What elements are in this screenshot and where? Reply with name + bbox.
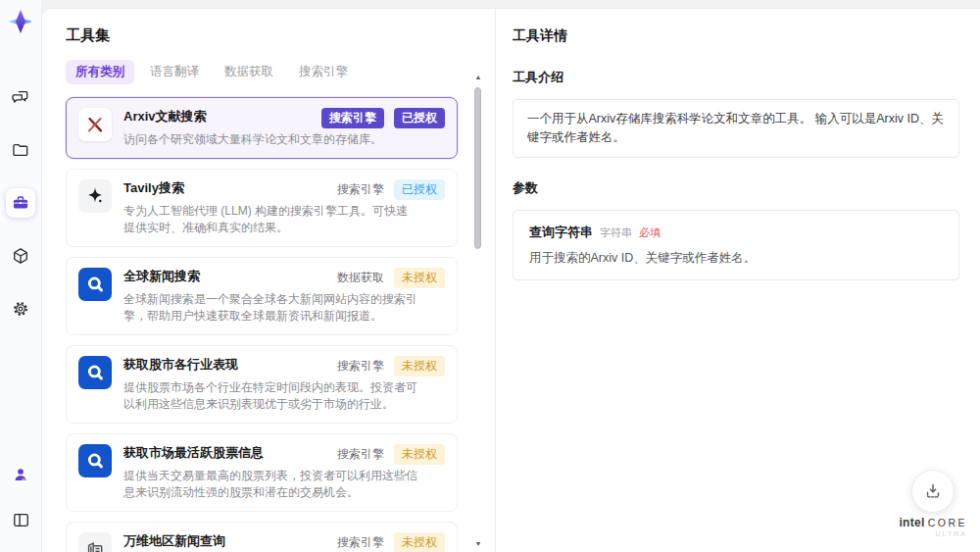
parameter-description: 用于搜索的Arxiv ID、关键字或作者姓名。 bbox=[529, 249, 943, 267]
app-window: 工具集 所有类别语言翻译数据获取搜索引擎 bbox=[0, 0, 980, 552]
list-scrollbar[interactable]: ▲ ▼ bbox=[473, 74, 483, 548]
tool-tags: 搜索引擎 已授权 bbox=[321, 108, 445, 128]
tool-icon bbox=[78, 444, 112, 477]
tool-category-tag: 搜索引擎 bbox=[337, 358, 384, 375]
tool-card-body: Arxiv文献搜索 搜索引擎 已授权 访问各个研究领域大量科学论文和文章的存储库… bbox=[123, 108, 445, 148]
download-button[interactable] bbox=[911, 470, 955, 513]
scrollbar-up-icon[interactable]: ▲ bbox=[473, 74, 483, 81]
magnifier-icon bbox=[84, 274, 106, 295]
magnifier-icon bbox=[84, 362, 106, 383]
brand-intel: intel bbox=[899, 516, 924, 529]
tool-icon bbox=[78, 532, 112, 552]
tool-name: Arxiv文献搜索 bbox=[123, 108, 207, 125]
footer-brand-area: intelcore Ultra bbox=[899, 470, 967, 540]
newspaper-icon bbox=[84, 538, 106, 552]
nav-cube-icon[interactable] bbox=[6, 241, 35, 271]
tool-category-tag: 搜索引擎 bbox=[337, 446, 384, 463]
tool-description: 提供当天交易量最高的股票列表，投资者可以利用这些信息来识别流动性强的股票和潜在的… bbox=[123, 468, 445, 501]
tool-tags: 搜索引擎 未授权 bbox=[337, 532, 445, 552]
tool-card-body: 获取股市各行业表现 搜索引擎 未授权 提供股票市场各个行业在特定时间段内的表现。… bbox=[123, 356, 445, 413]
parameter-type: 字符串 bbox=[600, 226, 632, 240]
tool-tags: 数据获取 未授权 bbox=[337, 268, 445, 288]
tool-tags: 搜索引擎 未授权 bbox=[337, 356, 445, 376]
main-content-card: 工具集 所有类别语言翻译数据获取搜索引擎 bbox=[41, 8, 980, 552]
tool-tags: 搜索引擎 未授权 bbox=[337, 444, 445, 465]
detail-title: 工具详情 bbox=[513, 27, 959, 45]
app-logo-gem-icon bbox=[7, 8, 34, 35]
tool-description: 全球新闻搜索是一个聚合全球各大新闻网站内容的搜索引擎，帮助用户快速获取全球最新资… bbox=[123, 291, 445, 325]
tool-cards-list: Arxiv文献搜索 搜索引擎 已授权 访问各个研究领域大量科学论文和文章的存储库… bbox=[66, 97, 458, 552]
category-tab[interactable]: 数据获取 bbox=[215, 60, 283, 84]
tool-status-badge: 未授权 bbox=[394, 532, 445, 552]
tool-card-body: Tavily搜索 搜索引擎 已授权 专为人工智能代理 (LLM) 构建的搜索引擎… bbox=[123, 179, 445, 236]
user-avatar-icon[interactable] bbox=[6, 460, 35, 489]
arxiv-x-icon bbox=[84, 114, 106, 135]
tool-intro-text: 一个用于从Arxiv存储库搜索科学论文和文章的工具。 输入可以是Arxiv ID… bbox=[513, 99, 959, 158]
tool-card[interactable]: 万维地区新闻查询 搜索引擎 未授权 查询具体行政区划内的新闻，快速了解各地新闻动 bbox=[66, 522, 458, 552]
parameter-card: 查询字符串 字符串 必填 用于搜索的Arxiv ID、关键字或作者姓名。 bbox=[513, 210, 959, 280]
tool-category-tag: 搜索引擎 bbox=[337, 181, 384, 198]
tool-description: 提供股票市场各个行业在特定时间段内的表现。投资者可以利用这些信息来识别表现优于或… bbox=[123, 379, 445, 413]
tool-status-badge: 未授权 bbox=[394, 268, 445, 288]
intro-heading: 工具介绍 bbox=[513, 69, 959, 86]
tool-card[interactable]: 全球新闻搜索 数据获取 未授权 全球新闻搜索是一个聚合全球各大新闻网站内容的搜索… bbox=[66, 257, 458, 335]
category-tabs: 所有类别语言翻译数据获取搜索引擎 bbox=[66, 60, 458, 84]
category-tab[interactable]: 所有类别 bbox=[66, 60, 134, 84]
page-title: 工具集 bbox=[66, 26, 458, 45]
brand-core: core bbox=[928, 517, 967, 528]
tool-name: 获取股市各行业表现 bbox=[123, 356, 238, 374]
tool-icon bbox=[78, 108, 112, 141]
nav-gear-icon[interactable] bbox=[6, 294, 35, 324]
parameter-name: 查询字符串 bbox=[529, 224, 593, 241]
category-tab[interactable]: 语言翻译 bbox=[140, 60, 209, 84]
tool-name: Tavily搜索 bbox=[123, 179, 184, 197]
nav-chat-icon[interactable] bbox=[6, 82, 35, 112]
category-tab[interactable]: 搜索引擎 bbox=[289, 60, 358, 84]
nav-briefcase-icon[interactable] bbox=[6, 188, 35, 218]
tool-card[interactable]: 获取市场最活跃股票信息 搜索引擎 未授权 提供当天交易量最高的股票列表，投资者可… bbox=[66, 433, 458, 512]
tool-card-body: 全球新闻搜索 数据获取 未授权 全球新闻搜索是一个聚合全球各大新闻网站内容的搜索… bbox=[123, 268, 445, 325]
tool-icon bbox=[78, 356, 112, 389]
scrollbar-thumb[interactable] bbox=[474, 87, 481, 249]
tool-status-badge: 已授权 bbox=[394, 179, 445, 200]
tool-category-tag: 搜索引擎 bbox=[321, 108, 384, 128]
params-list: 查询字符串 字符串 必填 用于搜索的Arxiv ID、关键字或作者姓名。 bbox=[513, 210, 959, 280]
tool-name: 获取市场最活跃股票信息 bbox=[123, 444, 264, 462]
magnifier-icon bbox=[84, 450, 106, 472]
tool-description: 访问各个研究领域大量科学论文和文章的存储库。 bbox=[123, 131, 445, 148]
tool-status-badge: 已授权 bbox=[394, 108, 445, 128]
left-icon-rail bbox=[0, 0, 41, 552]
tool-category-tag: 搜索引擎 bbox=[337, 534, 384, 551]
scrollbar-down-icon[interactable]: ▼ bbox=[473, 540, 483, 548]
tool-category-tag: 数据获取 bbox=[337, 270, 384, 286]
tool-status-badge: 未授权 bbox=[394, 444, 445, 465]
nav-folder-icon[interactable] bbox=[6, 135, 35, 165]
tool-name: 万维地区新闻查询 bbox=[123, 532, 225, 550]
tool-card[interactable]: Arxiv文献搜索 搜索引擎 已授权 访问各个研究领域大量科学论文和文章的存储库… bbox=[66, 97, 458, 159]
tool-card-body: 万维地区新闻查询 搜索引擎 未授权 查询具体行政区划内的新闻，快速了解各地新闻动 bbox=[123, 532, 445, 552]
intel-core-logo: intelcore Ultra bbox=[899, 517, 967, 540]
download-icon bbox=[923, 481, 943, 501]
parameter-required-label: 必填 bbox=[639, 226, 661, 240]
params-heading: 参数 bbox=[513, 179, 959, 197]
collapse-panel-icon[interactable] bbox=[6, 505, 35, 534]
tool-card-body: 获取市场最活跃股票信息 搜索引擎 未授权 提供当天交易量最高的股票列表，投资者可… bbox=[123, 444, 445, 501]
tool-tags: 搜索引擎 已授权 bbox=[337, 179, 445, 200]
tool-name: 全球新闻搜索 bbox=[123, 268, 200, 285]
tool-icon bbox=[78, 179, 112, 213]
tool-icon bbox=[78, 268, 112, 301]
tool-status-badge: 未授权 bbox=[394, 356, 445, 376]
tool-card[interactable]: 获取股市各行业表现 搜索引擎 未授权 提供股票市场各个行业在特定时间段内的表现。… bbox=[66, 345, 458, 424]
tool-description: 专为人工智能代理 (LLM) 构建的搜索引擎工具。可快速提供实时、准确和真实的结… bbox=[123, 203, 445, 236]
tool-card[interactable]: Tavily搜索 搜索引擎 已授权 专为人工智能代理 (LLM) 构建的搜索引擎… bbox=[66, 169, 458, 247]
tavily-star-icon bbox=[84, 185, 106, 207]
brand-sub: Ultra bbox=[899, 528, 967, 540]
tool-list-pane: 工具集 所有类别语言翻译数据获取搜索引擎 bbox=[42, 9, 496, 552]
